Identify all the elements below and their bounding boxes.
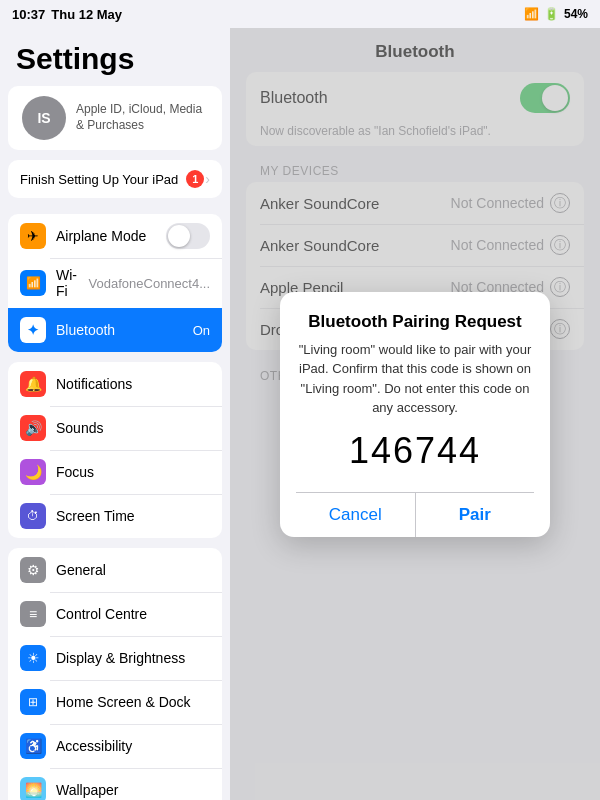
dialog-button-row: Cancel Pair (296, 492, 534, 537)
dialog-cancel-button[interactable]: Cancel (296, 493, 416, 537)
display-label: Display & Brightness (56, 650, 210, 666)
homescreen-icon: ⊞ (20, 689, 46, 715)
sounds-label: Sounds (56, 420, 210, 436)
accessibility-icon: ♿ (20, 733, 46, 759)
wifi-label: Wi-Fi (56, 267, 79, 299)
dialog-body: "Living room" would like to pair with yo… (296, 340, 534, 418)
wifi-sidebar-icon: 📶 (20, 270, 46, 296)
bluetooth-label: Bluetooth (56, 322, 183, 338)
wifi-icon: 📶 (524, 7, 539, 21)
user-info: Apple ID, iCloud, Media & Purchases (76, 102, 202, 133)
dialog-overlay: Bluetooth Pairing Request "Living room" … (230, 28, 600, 800)
airplane-icon: ✈ (20, 223, 46, 249)
display-icon: ☀ (20, 645, 46, 671)
focus-icon: 🌙 (20, 459, 46, 485)
airplane-toggle[interactable] (166, 223, 210, 249)
notifications-label: Notifications (56, 376, 210, 392)
sidebar-item-bluetooth[interactable]: ✦ Bluetooth On (8, 308, 222, 352)
screentime-icon: ⏱ (20, 503, 46, 529)
sounds-icon: 🔊 (20, 415, 46, 441)
controlcentre-icon: ≡ (20, 601, 46, 627)
bluetooth-icon: ✦ (20, 317, 46, 343)
accessibility-label: Accessibility (56, 738, 210, 754)
sidebar-item-focus[interactable]: 🌙 Focus (8, 450, 222, 494)
sidebar-item-wallpaper[interactable]: 🌅 Wallpaper (8, 768, 222, 800)
wallpaper-label: Wallpaper (56, 782, 210, 798)
airplane-label: Airplane Mode (56, 228, 156, 244)
finish-setup-label: Finish Setting Up Your iPad (20, 172, 178, 187)
main-layout: Settings IS Apple ID, iCloud, Media & Pu… (0, 28, 600, 800)
general-icon: ⚙ (20, 557, 46, 583)
controlcentre-label: Control Centre (56, 606, 210, 622)
status-time: 10:37 (12, 7, 45, 22)
settings-title: Settings (0, 28, 230, 86)
sidebar-item-homescreen[interactable]: ⊞ Home Screen & Dock (8, 680, 222, 724)
homescreen-label: Home Screen & Dock (56, 694, 210, 710)
battery-percent: 54% (564, 7, 588, 21)
sidebar-item-screentime[interactable]: ⏱ Screen Time (8, 494, 222, 538)
sidebar-item-notifications[interactable]: 🔔 Notifications (8, 362, 222, 406)
sidebar-section-connectivity: ✈ Airplane Mode 📶 Wi-Fi VodafoneConnect4… (8, 214, 222, 352)
status-day: Thu 12 May (51, 7, 122, 22)
wifi-network-name: VodafoneConnect4... (89, 276, 210, 291)
sidebar-item-airplane[interactable]: ✈ Airplane Mode (8, 214, 222, 258)
screentime-label: Screen Time (56, 508, 210, 524)
bluetooth-suffix: On (193, 323, 210, 338)
finish-setup-banner[interactable]: Finish Setting Up Your iPad 1 › (8, 160, 222, 198)
sidebar-item-accessibility[interactable]: ♿ Accessibility (8, 724, 222, 768)
finish-setup-badge: 1 (186, 170, 204, 188)
sidebar-section-system: 🔔 Notifications 🔊 Sounds 🌙 Focus ⏱ Scree… (8, 362, 222, 538)
sidebar: Settings IS Apple ID, iCloud, Media & Pu… (0, 28, 230, 800)
battery-icon: 🔋 (544, 7, 559, 21)
notifications-icon: 🔔 (20, 371, 46, 397)
dialog-pair-button[interactable]: Pair (416, 493, 535, 537)
sidebar-item-controlcentre[interactable]: ≡ Control Centre (8, 592, 222, 636)
wallpaper-icon: 🌅 (20, 777, 46, 800)
user-profile[interactable]: IS Apple ID, iCloud, Media & Purchases (8, 86, 222, 150)
avatar: IS (22, 96, 66, 140)
status-bar: 10:37 Thu 12 May 📶 🔋 54% (0, 0, 600, 28)
general-label: General (56, 562, 210, 578)
sidebar-item-display[interactable]: ☀ Display & Brightness (8, 636, 222, 680)
detail-panel: Bluetooth Bluetooth Now discoverable as … (230, 28, 600, 800)
sidebar-section-general: ⚙ General ≡ Control Centre ☀ Display & B… (8, 548, 222, 800)
sidebar-item-sounds[interactable]: 🔊 Sounds (8, 406, 222, 450)
status-indicators: 📶 🔋 54% (524, 7, 588, 21)
dialog-pairing-code: 146744 (296, 430, 534, 472)
sidebar-item-wifi[interactable]: 📶 Wi-Fi VodafoneConnect4... (8, 258, 222, 308)
dialog-title: Bluetooth Pairing Request (296, 312, 534, 332)
bluetooth-pairing-dialog: Bluetooth Pairing Request "Living room" … (280, 292, 550, 537)
sidebar-item-general[interactable]: ⚙ General (8, 548, 222, 592)
status-time-area: 10:37 Thu 12 May (12, 7, 122, 22)
chevron-right-icon: › (205, 171, 210, 187)
focus-label: Focus (56, 464, 210, 480)
